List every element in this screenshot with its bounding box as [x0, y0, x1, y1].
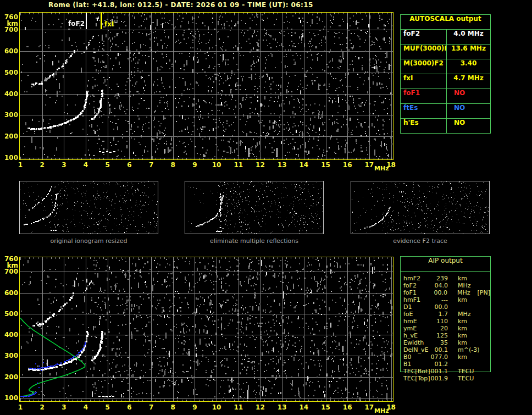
autoscala-table-title: AUTOSCALA output	[401, 15, 490, 30]
x-tick-label-bottom: 7	[143, 404, 159, 411]
row-label: M(3000)F2	[401, 59, 447, 74]
aip-value: 239	[430, 275, 448, 282]
x-tick-label-bottom: 9	[186, 404, 203, 411]
x-tick-label-bottom: 16	[339, 404, 356, 411]
x-tick-label-bottom: 4	[77, 404, 94, 411]
row-value: 13.6 MHz	[447, 45, 490, 59]
x-tick-label-top: 6	[121, 162, 137, 168]
aip-value: 125	[430, 332, 448, 339]
aip-unit: km	[448, 339, 475, 346]
aip-value: 1.7	[430, 311, 448, 318]
fxi-marker-label: fxI	[104, 21, 114, 27]
aip-value: 01.2	[430, 361, 448, 368]
aip-label: hmE	[401, 318, 430, 325]
x-tick-label-top: 7	[143, 162, 159, 168]
bottom-ionogram-canvas	[19, 257, 394, 402]
aip-unit: km	[448, 353, 475, 361]
x-tick-label-bottom: 1	[12, 404, 29, 411]
aip-note	[475, 361, 478, 368]
x-tick-label-top: 17	[361, 162, 378, 168]
aip-note	[475, 311, 478, 318]
aip-unit	[448, 361, 475, 368]
aip-label: B0	[401, 353, 430, 361]
y-tick-label-bottom: 100	[3, 395, 18, 401]
row-label: h'Es	[401, 119, 447, 133]
aip-value: 20	[430, 325, 448, 332]
aip-row-foe: foE1.7MHz	[401, 311, 490, 318]
aip-unit: TECU	[448, 375, 475, 382]
thumbnail-caption-evidence: evidence F2 trace	[351, 238, 490, 245]
aip-unit: km	[448, 318, 475, 325]
aip-note	[475, 353, 478, 361]
aip-unit: m^(-3)	[448, 346, 475, 353]
top-ionogram-plot: foF2 fxI	[19, 12, 394, 160]
y-tick-label-top: 100	[3, 154, 18, 161]
aip-row-hmf2: hmF2239km	[401, 275, 490, 282]
aip-unit: km	[448, 296, 475, 303]
y-tick-label-top: 200	[3, 133, 18, 140]
row-value: NO	[447, 104, 490, 118]
aip-label: ymE	[401, 325, 430, 332]
aip-note: [PN]	[474, 289, 490, 296]
autoscala-output-table: AUTOSCALA output foF2 4.0 MHz MUF(3000)F…	[400, 14, 491, 134]
aip-note	[475, 282, 478, 289]
y-tick-label-bottom: 600	[3, 290, 18, 296]
row-label: foF1	[401, 89, 447, 103]
aip-value: 001.1	[430, 368, 448, 375]
row-label: MUF(3000)F2	[401, 45, 447, 59]
autoscala-screen: Rome (lat: +41.8, lon: 012.5) - DATE: 20…	[0, 0, 532, 415]
aip-note	[475, 325, 478, 332]
top-ionogram-canvas	[19, 12, 394, 160]
x-tick-label-top: 4	[77, 162, 94, 168]
x-tick-label-bottom: 11	[230, 404, 247, 411]
aip-label: foF2	[401, 282, 430, 289]
aip-label: Ewidth	[401, 339, 430, 346]
aip-unit: km	[448, 275, 475, 282]
y-tick-label-top: 400	[3, 91, 18, 97]
table-row-fof2: foF2 4.0 MHz	[401, 30, 490, 45]
row-label: foF2	[401, 30, 447, 44]
x-tick-label-bottom: 6	[121, 404, 137, 411]
aip-row-hmf1: hmF1---km	[401, 296, 490, 303]
aip-rows: hmF2239kmfoF204.0MHzfoF100.0MHz[PN]hmF1-…	[401, 275, 490, 382]
aip-value: 00.0	[430, 303, 448, 311]
thumbnail-original-canvas	[20, 181, 158, 234]
aip-unit: MHz	[448, 311, 475, 318]
y-tick-label-top: 500	[3, 69, 18, 76]
aip-note	[475, 332, 478, 339]
row-value: NO	[447, 119, 490, 133]
x-tick-label-top: 10	[208, 162, 225, 168]
y-tick-label-top: 600	[3, 48, 18, 54]
aip-label: DelN_vE	[401, 346, 430, 353]
aip-label: foF1	[401, 289, 429, 296]
x-tick-label-bottom: 15	[318, 404, 334, 411]
x-tick-label-bottom: 13	[274, 404, 290, 411]
aip-row-tec-top-: TEC[Top]001.9TECU	[401, 375, 490, 382]
aip-label: TEC[Top]	[401, 375, 430, 382]
aip-unit: TECU	[448, 368, 475, 375]
table-row-ftes: ftEs NO	[401, 104, 490, 119]
aip-value: 00.1	[430, 346, 448, 353]
row-value: NO	[447, 89, 490, 103]
aip-unit: km	[448, 325, 475, 332]
y-tick-label-top: 700	[3, 26, 18, 33]
x-tick-label-top: 18	[383, 162, 400, 168]
x-tick-label-top: 5	[99, 162, 116, 168]
aip-row-ewidth: Ewidth35km	[401, 339, 490, 346]
y-tick-label-top: 760	[3, 14, 18, 20]
aip-value: 110	[430, 318, 448, 325]
aip-unit: MHz	[448, 282, 475, 289]
x-tick-label-top: 11	[230, 162, 247, 168]
x-tick-label-bottom: 8	[165, 404, 181, 411]
aip-note	[475, 318, 478, 325]
table-row-fxi: fxI 4.7 MHz	[401, 74, 490, 89]
row-value: 3.40	[447, 59, 490, 74]
row-label: fxI	[401, 74, 447, 88]
aip-label: D1	[401, 303, 430, 311]
x-tick-label-top: 16	[339, 162, 356, 168]
y-tick-label-bottom: 500	[3, 311, 18, 317]
thumbnail-evidence-f2	[351, 181, 490, 234]
aip-note	[475, 375, 478, 382]
aip-label: hmF2	[401, 275, 430, 282]
y-tick-label-bottom: 200	[3, 374, 18, 380]
